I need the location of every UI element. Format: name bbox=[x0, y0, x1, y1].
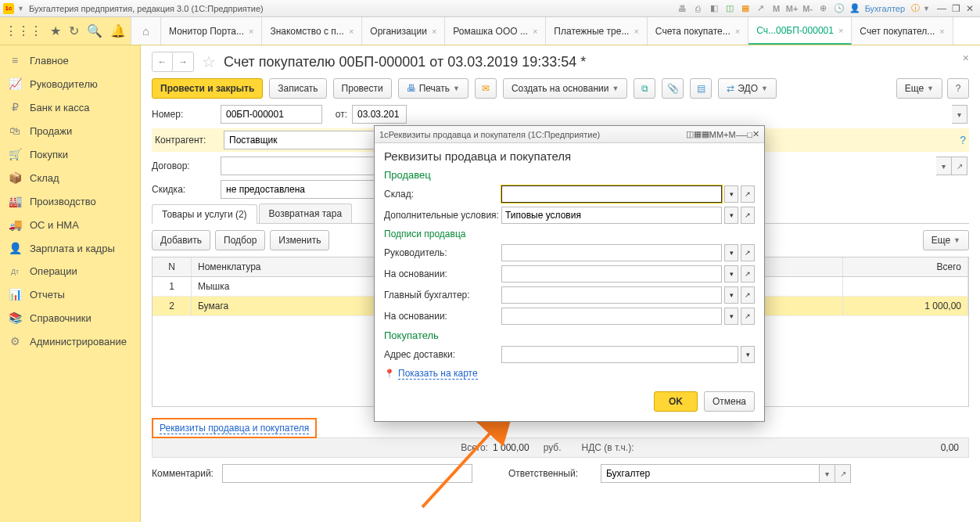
calc-icon[interactable]: ◫ bbox=[723, 2, 736, 15]
print-icon[interactable]: 🖶 bbox=[677, 2, 689, 15]
tab-payments[interactable]: Платежные тре...× bbox=[546, 17, 648, 45]
more-button[interactable]: Еще▼ bbox=[896, 78, 942, 99]
dropdown-button[interactable]: ▾ bbox=[724, 265, 738, 283]
mplus-button[interactable]: M+ bbox=[786, 2, 799, 15]
mminus-button[interactable]: M- bbox=[802, 2, 814, 15]
calendar-icon[interactable]: ▦ bbox=[694, 129, 702, 139]
date-input[interactable] bbox=[352, 105, 407, 124]
extra-conditions-input[interactable] bbox=[501, 207, 722, 224]
open-button[interactable]: ↗ bbox=[741, 244, 755, 261]
open-button[interactable]: ↗ bbox=[741, 286, 755, 304]
dropdown-button[interactable]: ▾ bbox=[724, 207, 738, 224]
dialog-close-button[interactable]: ✕ bbox=[752, 129, 759, 139]
pick-button[interactable]: Подбор bbox=[215, 230, 265, 250]
sidebar-item-bank[interactable]: ₽Банк и касса bbox=[0, 95, 140, 119]
open-button[interactable]: ↗ bbox=[741, 185, 755, 203]
tab-invoices[interactable]: Счета покупате...× bbox=[648, 17, 748, 45]
contract-input[interactable] bbox=[221, 157, 377, 175]
output-icon[interactable]: ⎙ bbox=[692, 2, 705, 15]
link-icon[interactable]: ↗ bbox=[755, 2, 767, 15]
dropdown-button[interactable]: ▾ bbox=[724, 308, 738, 325]
show-on-map-link[interactable]: Показать на карте bbox=[398, 368, 478, 380]
dropdown-button[interactable]: ▾ bbox=[741, 346, 755, 363]
mminus-button[interactable]: M- bbox=[729, 130, 739, 139]
tab-invoice-current[interactable]: Сч...00БП-000001× bbox=[748, 17, 852, 45]
home-tab[interactable]: ⌂ bbox=[131, 17, 161, 45]
mplus-button[interactable]: M+ bbox=[716, 130, 729, 139]
dropdown-button[interactable]: ▾ bbox=[724, 244, 738, 261]
bell-icon[interactable]: 🔔 bbox=[110, 23, 126, 38]
search-icon[interactable]: 🔍 bbox=[87, 23, 102, 38]
info-icon[interactable]: ⓘ bbox=[909, 2, 921, 15]
tab-monitor[interactable]: Монитор Порта...× bbox=[161, 17, 262, 45]
sidebar-item-main[interactable]: ≡Главное bbox=[0, 49, 140, 72]
post-and-close-button[interactable]: Провести и закрыть bbox=[152, 78, 263, 99]
dialog-max-button[interactable]: □ bbox=[747, 130, 752, 139]
user-label[interactable]: Бухгалтер bbox=[863, 4, 907, 13]
close-icon[interactable]: × bbox=[249, 27, 253, 36]
calc-icon[interactable]: ◫ bbox=[686, 129, 694, 139]
m-button[interactable]: M bbox=[770, 2, 783, 15]
create-based-button[interactable]: Создать на основании▼ bbox=[503, 78, 627, 99]
ok-button[interactable]: OK bbox=[654, 391, 698, 412]
cancel-button[interactable]: Отмена bbox=[704, 391, 755, 412]
seller-buyer-requisites-link[interactable]: Реквизиты продавца и покупателя bbox=[160, 423, 309, 434]
warehouse-input[interactable] bbox=[501, 185, 722, 203]
info-dropdown-icon[interactable]: ▼ bbox=[923, 5, 930, 13]
close-icon[interactable]: × bbox=[735, 27, 740, 36]
close-icon[interactable]: × bbox=[432, 27, 436, 36]
rows-more-button[interactable]: Еще▼ bbox=[923, 230, 969, 250]
sidebar-item-catalogs[interactable]: 📚Справочники bbox=[0, 306, 140, 329]
responsible-open-button[interactable]: ↗ bbox=[835, 464, 851, 483]
compare-icon[interactable]: ◧ bbox=[708, 2, 720, 15]
user-icon[interactable]: 👤 bbox=[849, 2, 861, 15]
tab-invoice-new[interactable]: Счет покупател...× bbox=[852, 17, 953, 45]
close-icon[interactable]: × bbox=[349, 27, 354, 36]
favorite-icon[interactable]: ★ bbox=[50, 23, 61, 38]
org-dropdown-button[interactable]: ▾ bbox=[952, 105, 967, 124]
dropdown-button[interactable]: ▾ bbox=[724, 185, 738, 203]
sidebar-item-purchases[interactable]: 🛒Покупки bbox=[0, 142, 140, 166]
sidebar-item-reports[interactable]: 📊Отчеты bbox=[0, 283, 140, 306]
help-contragent-icon[interactable]: ? bbox=[960, 134, 966, 146]
sidebar-item-salary[interactable]: 👤Зарплата и кадры bbox=[0, 236, 140, 260]
minimize-button[interactable]: — bbox=[935, 3, 949, 14]
write-button[interactable]: Записать bbox=[269, 78, 326, 99]
report-icon[interactable]: ▤ bbox=[690, 78, 712, 99]
post-button[interactable]: Провести bbox=[333, 78, 392, 99]
debug-icon[interactable]: ▦ bbox=[702, 129, 709, 139]
tab-orgs[interactable]: Организации× bbox=[362, 17, 445, 45]
sidebar-item-sales[interactable]: 🛍Продажи bbox=[0, 119, 140, 142]
discount-input[interactable] bbox=[221, 180, 377, 199]
apps-icon[interactable]: ⋮⋮⋮ bbox=[5, 23, 42, 38]
sidebar-item-admin[interactable]: ⚙Администрирование bbox=[0, 329, 140, 353]
comment-input[interactable] bbox=[222, 464, 472, 483]
app-menu-dropdown-icon[interactable]: ▼ bbox=[17, 5, 24, 13]
close-document-button[interactable]: × bbox=[963, 52, 969, 64]
close-icon[interactable]: × bbox=[838, 26, 843, 35]
contract-dropdown-button[interactable]: ▾ bbox=[936, 157, 952, 175]
forward-button[interactable]: → bbox=[173, 52, 193, 71]
back-button[interactable]: ← bbox=[153, 52, 173, 71]
help-button[interactable]: ? bbox=[947, 78, 969, 99]
basis2-input[interactable] bbox=[501, 308, 722, 325]
responsible-dropdown-button[interactable]: ▾ bbox=[820, 464, 835, 483]
edit-row-button[interactable]: Изменить bbox=[270, 230, 329, 250]
calendar-icon[interactable]: ▦ bbox=[739, 2, 752, 15]
accountant-input[interactable] bbox=[501, 286, 722, 304]
email-button[interactable]: ✉ bbox=[475, 78, 497, 99]
number-input[interactable] bbox=[221, 105, 322, 124]
history-icon[interactable]: ↻ bbox=[69, 23, 79, 38]
add-row-button[interactable]: Добавить bbox=[152, 230, 210, 250]
restore-button[interactable]: ❐ bbox=[949, 3, 963, 14]
close-icon[interactable]: × bbox=[533, 27, 537, 36]
tab-intro[interactable]: Знакомство с п...× bbox=[262, 17, 362, 45]
sidebar-item-warehouse[interactable]: 📦Склад bbox=[0, 166, 140, 189]
open-button[interactable]: ↗ bbox=[741, 265, 755, 283]
m-button[interactable]: M bbox=[709, 130, 716, 139]
tab-romashka[interactable]: Ромашка ООО ...× bbox=[445, 17, 546, 45]
tare-tab[interactable]: Возвратная тара bbox=[259, 203, 353, 223]
close-button[interactable]: ✕ bbox=[963, 3, 977, 14]
open-button[interactable]: ↗ bbox=[741, 207, 755, 224]
attach-button[interactable]: 📎 bbox=[662, 78, 684, 99]
